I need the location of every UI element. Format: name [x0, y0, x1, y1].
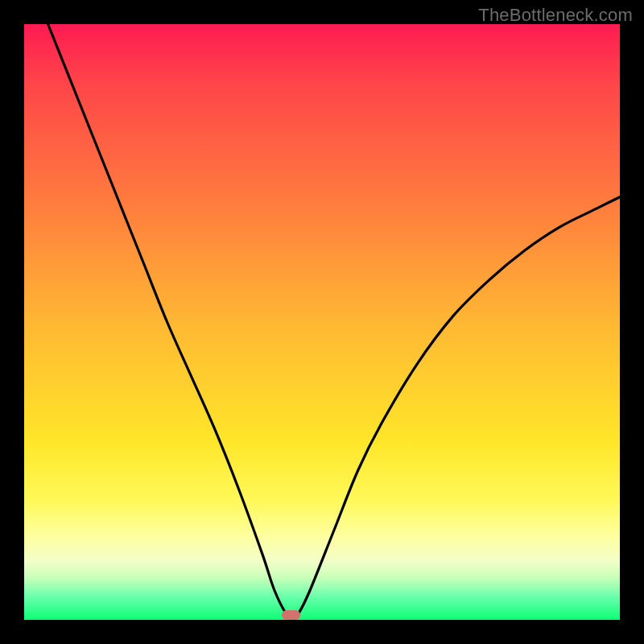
- optimal-point-marker: [282, 610, 301, 620]
- plot-area: [24, 24, 620, 620]
- watermark-text: TheBottleneck.com: [478, 5, 633, 26]
- bottleneck-curve: [24, 24, 620, 620]
